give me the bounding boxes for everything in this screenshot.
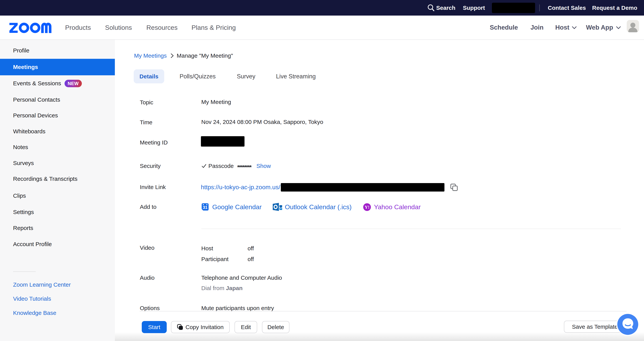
- svg-text:31: 31: [203, 205, 208, 210]
